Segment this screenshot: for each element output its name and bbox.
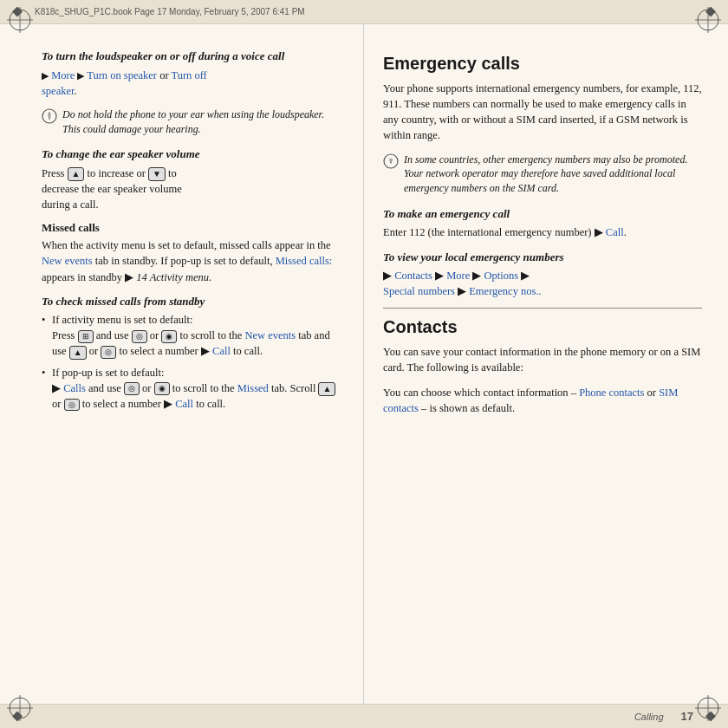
arrow-12: ▶ <box>458 285 466 297</box>
ear-vol-title: To change the ear speaker volume <box>42 146 344 162</box>
up-btn-2[interactable]: ▲ <box>69 346 87 360</box>
up-btn-3[interactable]: ▲ <box>318 382 335 396</box>
nav-btn-1[interactable]: ◎ <box>101 346 116 359</box>
arrow-icon-1: ▶ <box>42 70 49 81</box>
header-bar: K818c_SHUG_P1C.book Page 17 Monday, Febr… <box>0 0 728 24</box>
make-emergency-title: To make an emergency call <box>383 206 702 222</box>
arrow-11: ▶ <box>521 270 530 282</box>
footer-text-group: Calling 17 <box>634 710 693 723</box>
nav-btn-2[interactable]: ◎ <box>64 399 80 412</box>
scroll-btn-2[interactable]: ◉ <box>161 330 177 343</box>
tip-text-1: Do not hold the phone to your ear when u… <box>62 107 344 137</box>
call-link-2[interactable]: Call <box>175 398 193 410</box>
options-link[interactable]: Options <box>484 270 518 282</box>
arrow-8: ▶ <box>383 270 392 282</box>
arrow-9: ▶ <box>435 270 444 282</box>
divider-1 <box>383 308 702 309</box>
missed-tab-link[interactable]: Missed <box>237 382 269 394</box>
tip-icon-2 <box>383 153 399 172</box>
corner-mark-tl <box>7 7 33 33</box>
is-shown-text: – is shown as default. <box>421 402 515 414</box>
page-number: 17 <box>681 710 693 723</box>
svg-point-2 <box>49 118 50 120</box>
phone-contacts-link[interactable]: Phone contacts <box>579 387 644 399</box>
call-link-3[interactable]: Call <box>606 226 624 238</box>
check-missed-title: To check missed calls from standby <box>42 294 344 309</box>
contacts-text-1: You can save your contact information in… <box>383 344 702 375</box>
emergency-nos-link[interactable]: Emergency nos.. <box>469 285 541 297</box>
more-link[interactable]: More <box>51 69 75 81</box>
scroll-btn-3[interactable]: ◎ <box>124 382 140 395</box>
view-local-content: ▶ Contacts ▶ More ▶ Options ▶ Special nu… <box>383 268 702 299</box>
contacts-heading: Contacts <box>383 317 702 337</box>
scroll-btn-4[interactable]: ◉ <box>154 382 170 395</box>
period-2: . <box>624 226 627 238</box>
period-1: . <box>74 85 76 97</box>
page: K818c_SHUG_P1C.book Page 17 Monday, Febr… <box>0 0 728 728</box>
tip-box-2: In some countries, other emergency numbe… <box>383 153 702 196</box>
you-can-choose-text: You can choose which contact information… <box>383 387 579 399</box>
make-emergency-text: Enter 112 (the international emergency n… <box>383 224 702 240</box>
missed-calls-link[interactable]: Missed calls: <box>276 255 333 267</box>
menu-button[interactable]: ⊞ <box>78 330 94 343</box>
down-button[interactable]: ▼ <box>148 167 166 181</box>
missed-calls-heading: Missed calls <box>42 221 344 235</box>
new-events-link[interactable]: New events <box>42 255 93 267</box>
contacts-link[interactable]: Contacts <box>394 270 432 282</box>
turn-on-link[interactable]: Turn on speaker <box>87 69 157 81</box>
press-text: Press <box>42 167 68 179</box>
missed-calls-text: When the activity menu is set to default… <box>42 237 344 284</box>
left-column: To turn the loudspeaker on or off during… <box>0 24 364 704</box>
header-text: K818c_SHUG_P1C.book Page 17 Monday, Febr… <box>35 7 305 16</box>
list-item-1: If activity menu is set to default: Pres… <box>42 312 344 359</box>
calling-label: Calling <box>634 712 664 722</box>
special-numbers-link[interactable]: Special numbers <box>383 285 455 297</box>
to-increase-text: to increase or <box>88 167 148 179</box>
contacts-text-2: You can choose which contact information… <box>383 385 702 416</box>
right-column: Emergency calls Your phone supports inte… <box>364 24 728 704</box>
calls-link[interactable]: Calls <box>63 382 86 394</box>
call-link-1[interactable]: Call <box>212 345 231 357</box>
loudspeaker-content: ▶ More ▶ Turn on speaker or Turn offspea… <box>42 68 344 99</box>
list-item-2: If pop-up is set to default: ▶ Calls and… <box>42 365 344 412</box>
corner-mark-br <box>695 695 721 721</box>
or-text-1: or <box>159 69 171 81</box>
up-button[interactable]: ▲ <box>68 167 85 181</box>
footer-bar: Calling 17 <box>0 704 728 728</box>
emergency-text: Your phone supports international emerge… <box>383 81 702 144</box>
arrow-icon-3: ▶ <box>125 271 133 283</box>
scroll-btn-1[interactable]: ◎ <box>132 330 147 343</box>
arrow-7: ▶ <box>595 226 603 238</box>
main-content: To turn the loudspeaker on or off during… <box>0 24 728 704</box>
view-local-title: To view your local emergency numbers <box>383 250 702 265</box>
ear-vol-content: Press ▲ to increase or ▼ todecrease the … <box>42 166 344 212</box>
tip-icon-1 <box>42 108 57 127</box>
arrow-5: ▶ <box>52 382 61 394</box>
arrow-4: ▶ <box>201 345 210 357</box>
check-missed-list: If activity menu is set to default: Pres… <box>42 312 344 412</box>
tip-text-2: In some countries, other emergency numbe… <box>404 153 702 196</box>
new-events-link-2[interactable]: New events <box>244 329 296 341</box>
corner-mark-tr <box>695 7 721 33</box>
corner-mark-bl <box>7 695 33 721</box>
tip-box-1: Do not hold the phone to your ear when u… <box>42 107 344 137</box>
emergency-heading: Emergency calls <box>383 54 702 74</box>
arrow-icon-2: ▶ <box>77 70 84 81</box>
or-text-2: or <box>647 387 660 399</box>
activity-menu-ref: 14 Activity menu <box>136 271 209 283</box>
more-link-2[interactable]: More <box>446 270 470 282</box>
loudspeaker-title: To turn the loudspeaker on or off during… <box>42 49 344 64</box>
enter-112-text: Enter 112 (the international emergency n… <box>383 226 595 238</box>
arrow-6: ▶ <box>164 398 172 410</box>
arrow-10: ▶ <box>472 270 481 282</box>
